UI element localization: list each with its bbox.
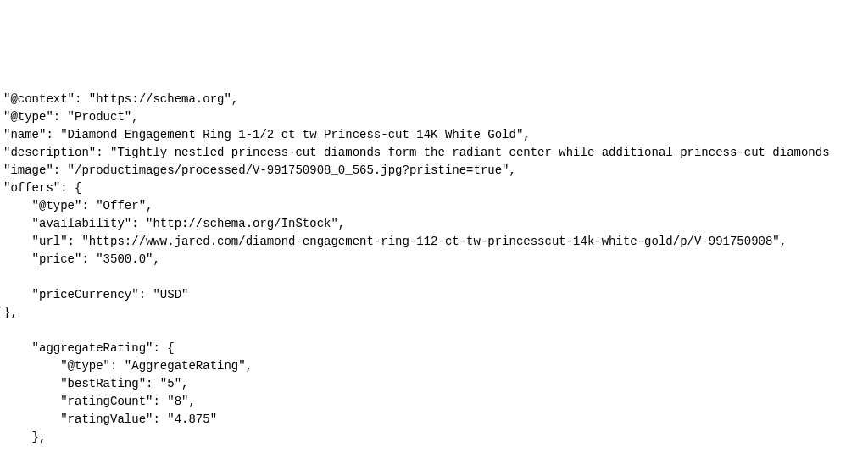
code-line: "priceCurrency": "USD" (3, 288, 188, 301)
code-line: }, (3, 430, 46, 444)
code-line: "ratingValue": "4.875" (3, 412, 217, 426)
code-line: "ratingCount": "8", (3, 395, 196, 408)
code-line: "image": "/productimages/processed/V-991… (3, 163, 516, 177)
code-line: "price": "3500.0", (3, 252, 160, 266)
code-line: "offers": { (3, 181, 81, 195)
code-line: "url": "https://www.jared.com/diamond-en… (3, 235, 787, 248)
code-line: "name": "Diamond Engagement Ring 1-1/2 c… (3, 128, 531, 141)
code-line: "@type": "Offer", (3, 199, 153, 213)
code-line: }, (3, 306, 18, 319)
code-line: "description": "Tightly nestled princess… (3, 146, 830, 159)
code-line: "@type": "Product", (3, 110, 139, 124)
code-line: "availability": "http://schema.org/InSto… (3, 217, 345, 230)
code-line: "aggregateRating": { (3, 341, 175, 355)
code-line: "@type": "AggregateRating", (3, 359, 253, 373)
code-line: "@context": "https://schema.org", (3, 92, 238, 106)
json-code-block: "@context": "https://schema.org", "@type… (3, 73, 865, 459)
code-line: "bestRating": "5", (3, 377, 188, 390)
